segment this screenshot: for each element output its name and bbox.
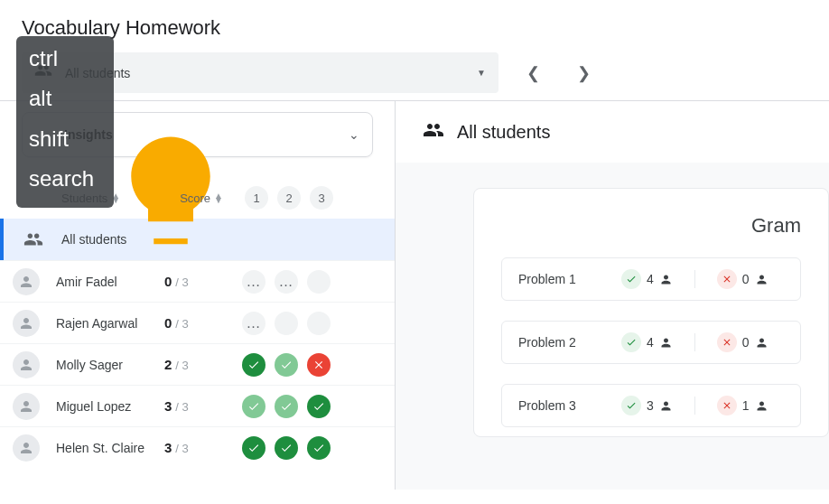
student-row[interactable]: Rajen Agarwal0 / 3… bbox=[0, 302, 395, 343]
student-name: Rajen Agarwal bbox=[56, 316, 164, 331]
status-pending-icon: … bbox=[242, 312, 265, 335]
score-cell: 2 / 3 bbox=[164, 357, 237, 372]
check-icon bbox=[621, 396, 641, 415]
status-empty-icon bbox=[275, 312, 298, 335]
x-icon bbox=[717, 269, 737, 289]
sort-icon: ▲▼ bbox=[214, 193, 223, 202]
status-empty-icon bbox=[307, 270, 331, 294]
summary-card: Gram Problem 140Problem 240Problem 331 bbox=[473, 188, 829, 437]
status-empty-icon bbox=[307, 312, 331, 335]
status-correct-icon bbox=[275, 436, 298, 460]
student-row[interactable]: Helen St. Claire3 / 3 bbox=[0, 426, 395, 468]
person-icon bbox=[659, 273, 673, 286]
student-name: Molly Sager bbox=[56, 358, 164, 372]
problem-label: Problem 3 bbox=[518, 398, 600, 413]
status-partial-icon bbox=[275, 395, 298, 418]
status-cells bbox=[237, 436, 331, 460]
student-row[interactable]: Amir Fadel0 / 3…… bbox=[0, 260, 395, 302]
avatar bbox=[13, 393, 40, 420]
details-panel: All students Gram Problem 140Problem 240… bbox=[396, 101, 829, 490]
caret-down-icon: ▼ bbox=[477, 68, 486, 78]
score-cell: 0 / 3 bbox=[164, 274, 237, 289]
x-icon bbox=[717, 332, 737, 352]
person-icon bbox=[755, 273, 768, 286]
check-icon bbox=[621, 332, 641, 352]
avatar bbox=[13, 351, 40, 378]
score-cell: 0 / 3 bbox=[164, 315, 237, 331]
prev-student-button[interactable]: ❮ bbox=[517, 57, 549, 89]
wrong-count: 0 bbox=[717, 332, 768, 352]
divider bbox=[694, 270, 695, 288]
wrong-count: 1 bbox=[717, 396, 768, 415]
score-column-header[interactable]: Score ▲▼ bbox=[149, 191, 239, 205]
kbd-alt: alt bbox=[29, 81, 94, 116]
kbd-search: search bbox=[29, 162, 94, 196]
status-correct-icon bbox=[242, 436, 265, 460]
people-icon bbox=[23, 229, 43, 249]
status-cells bbox=[237, 353, 331, 377]
status-pending-icon: … bbox=[242, 270, 265, 294]
person-icon bbox=[755, 336, 768, 350]
next-student-button[interactable]: ❯ bbox=[567, 57, 600, 89]
problem-label: Problem 2 bbox=[518, 335, 600, 350]
status-pending-icon: … bbox=[275, 270, 298, 294]
correct-count: 4 bbox=[621, 332, 673, 352]
check-icon bbox=[621, 269, 641, 289]
problem-row[interactable]: Problem 240 bbox=[501, 321, 801, 364]
status-cells: … bbox=[237, 312, 331, 335]
student-name: All students bbox=[61, 232, 170, 247]
status-cells: …… bbox=[237, 270, 331, 294]
people-icon bbox=[423, 119, 444, 145]
problem-row[interactable]: Problem 140 bbox=[501, 257, 801, 301]
card-title: Gram bbox=[501, 214, 801, 238]
student-name: Helen St. Claire bbox=[56, 441, 164, 455]
chevron-down-icon: ⌄ bbox=[349, 127, 359, 142]
correct-count: 4 bbox=[621, 269, 673, 289]
filter-label: All students bbox=[65, 66, 464, 80]
status-cells bbox=[237, 395, 331, 418]
status-correct-icon bbox=[242, 353, 265, 377]
kbd-shift: shift bbox=[29, 122, 94, 156]
problem-row[interactable]: Problem 331 bbox=[501, 384, 801, 427]
person-icon bbox=[755, 399, 768, 413]
status-correct-icon bbox=[307, 436, 331, 460]
divider bbox=[694, 397, 695, 415]
problem-column-2[interactable]: 2 bbox=[277, 186, 301, 210]
status-partial-icon bbox=[275, 353, 298, 377]
wrong-count: 0 bbox=[717, 269, 768, 289]
x-icon bbox=[717, 396, 737, 415]
keyboard-hint-overlay: ctrl alt shift search bbox=[16, 36, 114, 208]
person-icon bbox=[659, 399, 673, 413]
student-row[interactable]: Molly Sager2 / 3 bbox=[0, 343, 395, 385]
page-title: Vocabulary Homework bbox=[0, 0, 829, 52]
score-cell: 3 / 3 bbox=[164, 398, 237, 414]
student-name: Miguel Lopez bbox=[56, 399, 164, 414]
correct-count: 3 bbox=[621, 396, 673, 415]
divider bbox=[694, 333, 695, 351]
student-row[interactable]: Miguel Lopez3 / 3 bbox=[0, 385, 395, 426]
avatar bbox=[13, 268, 40, 295]
student-name: Amir Fadel bbox=[56, 275, 164, 289]
score-cell: 3 / 3 bbox=[164, 440, 237, 455]
problem-column-3[interactable]: 3 bbox=[310, 186, 333, 210]
problem-column-1[interactable]: 1 bbox=[245, 186, 268, 210]
status-correct-icon bbox=[307, 395, 331, 418]
avatar bbox=[13, 434, 40, 462]
problem-label: Problem 1 bbox=[518, 272, 600, 286]
details-title: All students bbox=[457, 122, 550, 143]
details-header: All students bbox=[396, 101, 829, 163]
status-wrong-icon bbox=[307, 353, 331, 377]
kbd-ctrl: ctrl bbox=[29, 42, 94, 76]
person-icon bbox=[659, 336, 673, 350]
status-partial-icon bbox=[242, 395, 265, 418]
avatar bbox=[13, 310, 40, 337]
